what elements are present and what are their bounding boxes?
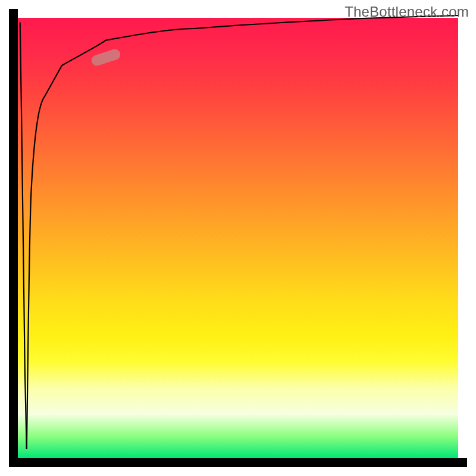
chart-stage: TheBottleneck.com bbox=[0, 0, 476, 476]
svg-rect-1 bbox=[9, 458, 467, 467]
svg-rect-0 bbox=[9, 9, 18, 467]
plot-gradient-background bbox=[18, 18, 458, 458]
watermark-text: TheBottleneck.com bbox=[345, 4, 469, 20]
